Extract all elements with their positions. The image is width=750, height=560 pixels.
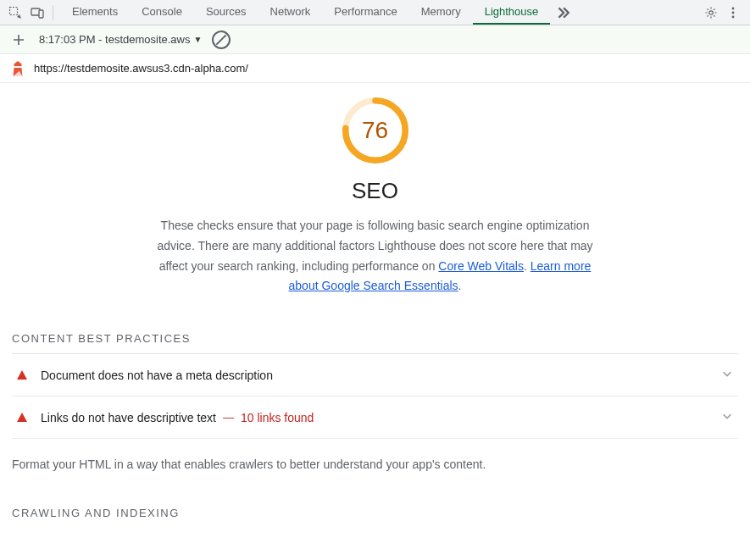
svg-rect-0 [10,7,18,14]
report-picker-label: 8:17:03 PM - testdemosite.aws [39,33,190,46]
inspect-icon[interactable] [5,3,25,23]
devtools-tabs-bar: Elements Console Sources Network Perform… [0,0,750,25]
svg-point-4 [732,7,735,9]
score-gauge: 76 [340,95,411,166]
chevron-down-icon [721,368,733,382]
section-title: CONTENT BEST PRACTICES [12,332,738,345]
lighthouse-toolbar: 8:17:03 PM - testdemosite.aws ▼ [0,25,750,54]
device-toolbar-icon[interactable] [27,3,47,23]
gear-icon[interactable] [701,3,721,23]
score-description: These checks ensure that your page is fo… [155,216,596,297]
section-title: CRAWLING AND INDEXING [12,507,738,519]
audit-label: Document does not have a meta descriptio… [41,369,273,382]
fail-triangle-icon [17,370,27,380]
clear-report-button[interactable] [212,30,231,49]
tab-elements[interactable]: Elements [60,0,130,25]
svg-point-3 [709,10,713,14]
score-title: SEO [352,178,398,204]
section-crawling-indexing: CRAWLING AND INDEXING [0,507,750,519]
score-section: 76 SEO These checks ensure that your pag… [0,83,750,297]
svg-point-5 [732,11,735,14]
tabs-right-icons [701,3,745,23]
tab-lighthouse[interactable]: Lighthouse [473,0,551,25]
tab-performance[interactable]: Performance [322,0,408,25]
lighthouse-logo-icon [10,60,25,77]
tabs-left-icons [2,3,51,23]
svg-rect-7 [14,66,20,68]
audit-label: Links do not have descriptive text [41,411,216,424]
score-desc-mid: . [524,259,531,273]
svg-point-6 [732,15,735,18]
audit-extra: 10 links found [241,411,314,424]
new-report-button[interactable] [8,30,29,50]
score-desc-suffix: . [458,279,462,292]
report-url: https://testdemosite.awsus3.cdn-alpha.co… [34,62,248,75]
fail-triangle-icon [17,413,27,422]
tab-sources[interactable]: Sources [194,0,258,25]
section-note: Format your HTML in a way that enables c… [12,457,738,471]
caret-down-icon: ▼ [193,35,202,44]
score-value: 76 [340,95,411,166]
tab-memory[interactable]: Memory [409,0,473,25]
section-content-best-practices: CONTENT BEST PRACTICES Document does not… [0,332,750,471]
audit-link-text[interactable]: Links do not have descriptive text — 10 … [12,396,738,439]
link-core-web-vitals[interactable]: Core Web Vitals [438,259,524,273]
tabs-list: Elements Console Sources Network Perform… [60,0,550,25]
divider [53,5,53,20]
svg-rect-2 [39,10,43,18]
more-icon[interactable] [723,3,743,23]
tabs-overflow-icon[interactable] [550,5,575,20]
tab-network[interactable]: Network [258,0,323,25]
chevron-down-icon [721,410,733,424]
audit-extra-separator: — [223,411,234,424]
report-picker[interactable]: 8:17:03 PM - testdemosite.aws ▼ [39,33,202,46]
audit-meta-description[interactable]: Document does not have a meta descriptio… [12,354,738,396]
url-row: https://testdemosite.awsus3.cdn-alpha.co… [0,54,750,83]
tab-console[interactable]: Console [130,0,194,25]
